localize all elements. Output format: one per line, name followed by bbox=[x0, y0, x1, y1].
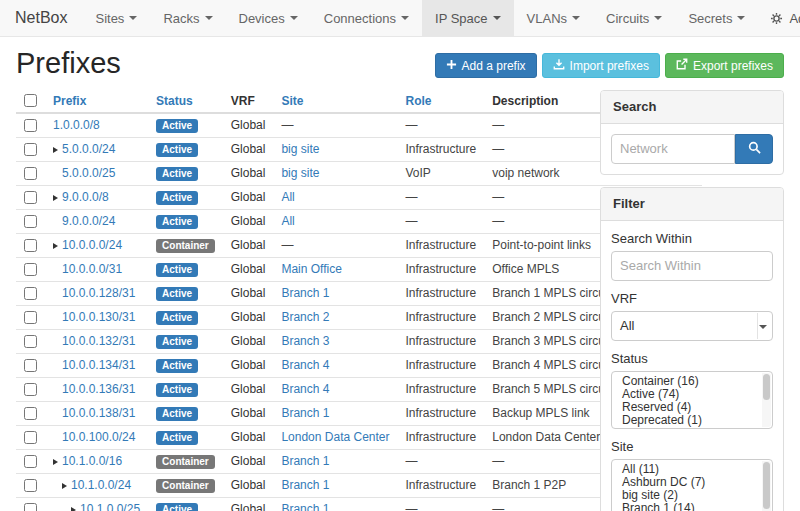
prefix-link[interactable]: 10.1.0.0/16 bbox=[62, 454, 122, 468]
status-badge: Active bbox=[156, 359, 198, 373]
row-checkbox[interactable] bbox=[24, 503, 37, 511]
prefix-link[interactable]: 10.0.0.138/31 bbox=[62, 406, 135, 420]
admin-link[interactable]: Admin bbox=[758, 0, 800, 36]
select-all-checkbox[interactable] bbox=[24, 94, 37, 107]
row-checkbox[interactable] bbox=[24, 431, 37, 444]
row-checkbox[interactable] bbox=[24, 239, 37, 252]
table-row: 10.0.100.0/24 Active Global London Data … bbox=[16, 425, 702, 449]
navbar: NetBox Sites Racks Devices Connections I… bbox=[0, 0, 800, 37]
option[interactable]: Reserved (4) bbox=[612, 401, 760, 414]
scrollbar-thumb[interactable] bbox=[763, 462, 770, 509]
status-badge: Container bbox=[156, 239, 215, 253]
prefix-link[interactable]: 10.0.0.132/31 bbox=[62, 334, 135, 348]
prefix-link[interactable]: 1.0.0.0/8 bbox=[53, 118, 100, 132]
search-button[interactable] bbox=[735, 134, 773, 164]
nav-item-connections[interactable]: Connections bbox=[311, 0, 422, 36]
site-link[interactable]: Branch 2 bbox=[281, 310, 329, 324]
description-value: Branch 3 MPLS circuit bbox=[492, 334, 611, 348]
action-buttons: Add a prefix Import prefixes Export pref… bbox=[435, 53, 784, 78]
nav-item-racks[interactable]: Racks bbox=[150, 0, 225, 36]
nav-menu: Sites Racks Devices Connections IP Space… bbox=[82, 0, 758, 36]
prefix-link[interactable]: 10.0.0.136/31 bbox=[62, 382, 135, 396]
site-link[interactable]: big site bbox=[281, 166, 319, 180]
option[interactable]: Container (16) bbox=[612, 375, 760, 388]
nav-item-secrets[interactable]: Secrets bbox=[675, 0, 758, 36]
row-checkbox[interactable] bbox=[24, 311, 37, 324]
role-value: — bbox=[406, 454, 418, 468]
site-link[interactable]: All bbox=[281, 214, 294, 228]
column-header-site[interactable]: Site bbox=[273, 90, 397, 113]
admin-label: Admin bbox=[789, 11, 800, 26]
site-link[interactable]: big site bbox=[281, 142, 319, 156]
row-checkbox[interactable] bbox=[24, 479, 37, 492]
site-link[interactable]: Branch 4 bbox=[281, 382, 329, 396]
search-panel-title: Search bbox=[601, 91, 783, 124]
import-prefixes-button[interactable]: Import prefixes bbox=[542, 53, 660, 78]
prefix-link[interactable]: 10.0.0.130/31 bbox=[62, 310, 135, 324]
filter-multiselect-site[interactable]: All (11)Ashburn DC (7)big site (2)Branch… bbox=[611, 459, 773, 511]
row-checkbox[interactable] bbox=[24, 455, 37, 468]
row-checkbox[interactable] bbox=[24, 335, 37, 348]
brand-netbox[interactable]: NetBox bbox=[0, 0, 82, 36]
row-checkbox[interactable] bbox=[24, 383, 37, 396]
add-prefix-button[interactable]: Add a prefix bbox=[435, 53, 537, 78]
prefix-link[interactable]: 10.0.0.128/31 bbox=[62, 286, 135, 300]
option[interactable]: Active (74) bbox=[612, 388, 760, 401]
column-header-status[interactable]: Status bbox=[148, 90, 223, 113]
description-value: — bbox=[492, 502, 504, 511]
nav-item-ip-space[interactable]: IP Space bbox=[422, 0, 514, 36]
row-checkbox[interactable] bbox=[24, 143, 37, 156]
role-value: Infrastructure bbox=[406, 334, 477, 348]
scrollbar[interactable] bbox=[762, 461, 771, 511]
site-link[interactable]: Branch 1 bbox=[281, 406, 329, 420]
option[interactable]: All (11) bbox=[612, 463, 760, 476]
option[interactable]: Ashburn DC (7) bbox=[612, 476, 760, 489]
row-checkbox[interactable] bbox=[24, 215, 37, 228]
nav-item-sites[interactable]: Sites bbox=[82, 0, 150, 36]
row-checkbox[interactable] bbox=[24, 119, 37, 132]
site-link[interactable]: Branch 3 bbox=[281, 334, 329, 348]
column-header-role[interactable]: Role bbox=[398, 90, 485, 113]
export-prefixes-button[interactable]: Export prefixes bbox=[665, 53, 784, 78]
option[interactable]: Deprecated (1) bbox=[612, 414, 760, 427]
column-header-prefix[interactable]: Prefix bbox=[45, 90, 148, 113]
site-link[interactable]: London Data Center bbox=[281, 430, 389, 444]
nav-item-circuits[interactable]: Circuits bbox=[593, 0, 675, 36]
option[interactable]: big site (2) bbox=[612, 489, 760, 502]
site-link[interactable]: Branch 1 bbox=[281, 478, 329, 492]
nav-item-vlans[interactable]: VLANs bbox=[514, 0, 593, 36]
prefix-link[interactable]: 9.0.0.0/8 bbox=[62, 190, 109, 204]
prefix-link[interactable]: 5.0.0.0/25 bbox=[62, 166, 115, 180]
row-checkbox[interactable] bbox=[24, 287, 37, 300]
table-row: 10.1.0.0/24 Container Global Branch 1 In… bbox=[16, 473, 702, 497]
prefix-link[interactable]: 10.0.100.0/24 bbox=[62, 430, 135, 444]
site-link[interactable]: Branch 1 bbox=[281, 286, 329, 300]
prefix-link[interactable]: 10.0.0.134/31 bbox=[62, 358, 135, 372]
filter-panel-title: Filter bbox=[601, 188, 783, 221]
filter-select-vrf[interactable]: All bbox=[611, 311, 773, 341]
scrollbar-thumb[interactable] bbox=[763, 374, 770, 400]
row-checkbox[interactable] bbox=[24, 263, 37, 276]
site-link[interactable]: Main Office bbox=[281, 262, 341, 276]
filter-multiselect-status[interactable]: Container (16)Active (74)Reserved (4)Dep… bbox=[611, 371, 773, 429]
scrollbar[interactable] bbox=[762, 373, 771, 427]
nav-item-devices[interactable]: Devices bbox=[226, 0, 311, 36]
site-link[interactable]: Branch 1 bbox=[281, 454, 329, 468]
prefix-link[interactable]: 9.0.0.0/24 bbox=[62, 214, 115, 228]
search-input[interactable] bbox=[611, 134, 735, 164]
site-link[interactable]: All bbox=[281, 190, 294, 204]
prefix-link[interactable]: 5.0.0.0/24 bbox=[62, 142, 115, 156]
site-link[interactable]: Branch 4 bbox=[281, 358, 329, 372]
prefix-link[interactable]: 10.1.0.0/25 bbox=[80, 502, 140, 511]
prefix-link[interactable]: 10.0.0.0/31 bbox=[62, 262, 122, 276]
option[interactable]: Branch 1 (14) bbox=[612, 502, 760, 511]
prefix-link[interactable]: 10.1.0.0/24 bbox=[71, 478, 131, 492]
prefix-link[interactable]: 10.0.0.0/24 bbox=[62, 238, 122, 252]
site-link[interactable]: Branch 1 bbox=[281, 502, 329, 511]
filter-input-search-within[interactable] bbox=[611, 251, 773, 281]
row-checkbox[interactable] bbox=[24, 359, 37, 372]
row-checkbox[interactable] bbox=[24, 191, 37, 204]
row-checkbox[interactable] bbox=[24, 407, 37, 420]
row-checkbox[interactable] bbox=[24, 167, 37, 180]
caret-right-icon bbox=[53, 243, 58, 249]
